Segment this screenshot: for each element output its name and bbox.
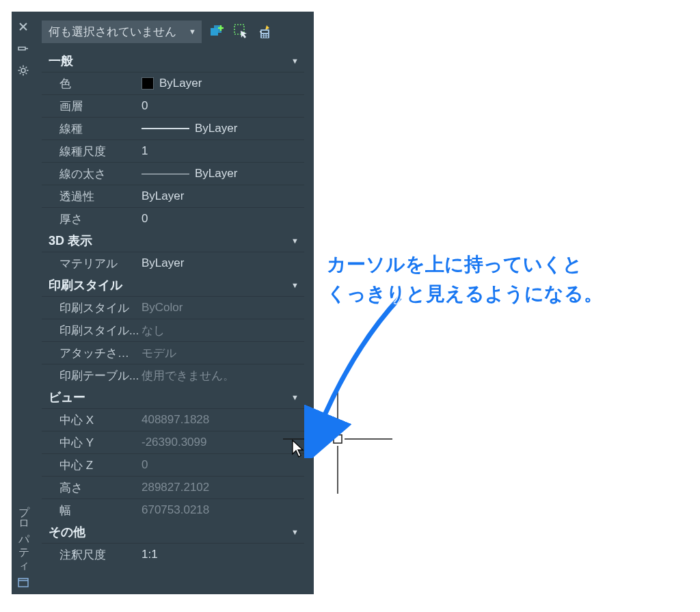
- property-value-text: ByLayer: [142, 256, 184, 270]
- property-label: 印刷テーブル...: [42, 368, 140, 384]
- svg-line-5: [20, 67, 21, 68]
- category-name: 印刷スタイル: [49, 277, 122, 293]
- property-value-text: 0: [142, 458, 148, 472]
- property-row[interactable]: 印刷テーブル...使用できません。: [42, 364, 304, 386]
- property-value-text: 使用できません。: [142, 368, 234, 384]
- annotation-text: カーソルを上に持っていくと くっきりと見えるようになる。: [327, 250, 682, 309]
- gear-icon[interactable]: [15, 62, 31, 79]
- property-value-text: 0: [142, 212, 148, 226]
- add-selection-icon[interactable]: [207, 22, 226, 41]
- property-row[interactable]: 印刷スタイルByColor: [42, 296, 304, 319]
- property-value[interactable]: ByLayer: [140, 77, 304, 90]
- property-value-text: 670753.0218: [142, 503, 209, 517]
- category-name: その他: [49, 524, 85, 540]
- svg-rect-18: [262, 34, 263, 36]
- svg-rect-21: [262, 36, 263, 38]
- property-value-text: ByLayer: [142, 189, 184, 203]
- collapse-icon: ▼: [291, 281, 299, 289]
- property-row[interactable]: 厚さ0: [42, 207, 304, 230]
- category-header[interactable]: その他▼: [42, 521, 304, 543]
- property-label: 注釈尺度: [42, 547, 140, 563]
- property-label: 中心 Z: [42, 457, 140, 473]
- property-row[interactable]: 注釈尺度1:1: [42, 543, 304, 566]
- property-value-text: ByLayer: [195, 167, 237, 181]
- svg-line-6: [26, 73, 27, 75]
- property-value-text: 1:1: [142, 548, 158, 561]
- annotation-line: くっきりと見えるようになる。: [327, 279, 682, 308]
- quick-calc-icon[interactable]: [256, 22, 275, 41]
- header-row: 何も選択されていません ▼: [42, 18, 306, 44]
- window-icon[interactable]: [17, 576, 29, 589]
- properties-palette: プロパティ 何も選択されていません ▼: [12, 12, 314, 594]
- property-row[interactable]: 中心 Z0: [42, 453, 304, 476]
- property-value-text: -26390.3099: [142, 436, 206, 449]
- property-value[interactable]: 0: [140, 212, 304, 226]
- property-row[interactable]: 線の太さByLayer: [42, 162, 304, 185]
- property-row[interactable]: マテリアルByLayer: [42, 252, 304, 274]
- properties-list: 一般▼色ByLayer画層0線種ByLayer線種尺度1線の太さByLayer透…: [42, 50, 304, 594]
- property-value-text: なし: [142, 323, 165, 338]
- property-value-text: 289827.2102: [142, 481, 209, 494]
- property-row[interactable]: 高さ289827.2102: [42, 476, 304, 498]
- selection-label: 何も選択されていません: [49, 24, 176, 40]
- property-row[interactable]: 線種ByLayer: [42, 117, 304, 139]
- property-row[interactable]: 中心 X408897.1828: [42, 408, 304, 431]
- property-label: 画層: [42, 98, 140, 114]
- category-header[interactable]: 3D 表示▼: [42, 230, 304, 252]
- property-value[interactable]: ByLayer: [140, 256, 304, 270]
- svg-rect-9: [18, 578, 28, 587]
- property-value-text: ByColor: [142, 301, 183, 315]
- category-header[interactable]: 一般▼: [42, 50, 304, 72]
- pin-icon[interactable]: [15, 40, 31, 57]
- property-value[interactable]: ByLayer: [140, 122, 304, 135]
- property-value-text: モデル: [142, 345, 176, 361]
- property-label: 中心 X: [42, 412, 140, 428]
- svg-rect-17: [262, 31, 268, 33]
- property-value[interactable]: ByLayer: [140, 167, 304, 181]
- close-icon[interactable]: [15, 18, 31, 35]
- chevron-down-icon: ▼: [189, 27, 196, 36]
- property-row[interactable]: アタッチされた...モデル: [42, 341, 304, 364]
- property-value-text: 408897.1828: [142, 413, 209, 427]
- property-row[interactable]: 透過性ByLayer: [42, 185, 304, 207]
- property-value[interactable]: 1:1: [140, 548, 304, 561]
- property-value: ByColor: [140, 301, 304, 315]
- property-row[interactable]: 幅670753.0218: [42, 498, 304, 521]
- color-swatch: [142, 77, 154, 90]
- palette-sidebar: プロパティ: [12, 12, 35, 594]
- property-row[interactable]: 色ByLayer: [42, 72, 304, 94]
- property-value: -26390.3099: [140, 436, 304, 449]
- palette-title: プロパティ: [16, 498, 31, 570]
- property-value: モデル: [140, 345, 304, 361]
- category-name: 3D 表示: [49, 232, 92, 249]
- property-row[interactable]: 線種尺度1: [42, 139, 304, 162]
- property-row[interactable]: 中心 Y-26390.3099: [42, 431, 304, 453]
- svg-rect-23: [267, 36, 268, 38]
- property-label: 線種尺度: [42, 144, 140, 159]
- svg-rect-22: [265, 36, 266, 38]
- palette-body: 何も選択されていません ▼: [35, 12, 314, 594]
- property-value[interactable]: ByLayer: [140, 189, 304, 203]
- property-value-text: ByLayer: [195, 122, 237, 135]
- svg-point-0: [21, 68, 25, 72]
- category-name: ビュー: [49, 389, 85, 405]
- selection-dropdown[interactable]: 何も選択されていません ▼: [42, 21, 202, 43]
- category-header[interactable]: 印刷スタイル▼: [42, 274, 304, 296]
- property-label: 線種: [42, 121, 140, 137]
- property-value-text: ByLayer: [159, 77, 202, 90]
- quick-select-icon[interactable]: [232, 22, 251, 41]
- property-row[interactable]: 画層0: [42, 94, 304, 117]
- property-value: 使用できません。: [140, 368, 304, 384]
- lineweight-preview: [142, 174, 189, 174]
- collapse-icon: ▼: [291, 393, 299, 401]
- property-row[interactable]: 印刷スタイル...なし: [42, 319, 304, 341]
- property-value: 670753.0218: [140, 503, 304, 517]
- property-value[interactable]: 0: [140, 99, 304, 113]
- collapse-icon: ▼: [291, 528, 299, 536]
- property-value[interactable]: 1: [140, 144, 304, 158]
- property-label: 高さ: [42, 480, 140, 496]
- category-header[interactable]: ビュー▼: [42, 386, 304, 408]
- category-name: 一般: [49, 53, 73, 69]
- property-label: 厚さ: [42, 211, 140, 227]
- svg-line-7: [26, 67, 27, 68]
